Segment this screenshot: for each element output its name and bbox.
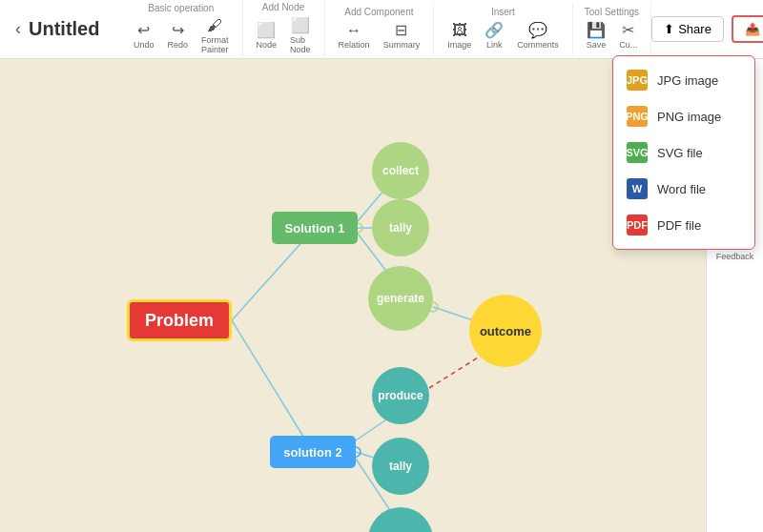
comments-icon: 💬 [528, 21, 547, 39]
node-button[interactable]: ⬜ Node [253, 19, 281, 51]
undo-button[interactable]: ↩ Undo [130, 19, 158, 51]
insert-label: Insert [491, 7, 515, 17]
image-label: Image [447, 40, 471, 50]
tool-settings-icons: 💾 Save ✂ Cu... [583, 19, 642, 51]
svg-icon: SVG [627, 142, 648, 163]
comments-label: Comments [517, 40, 559, 50]
toolbar-group-tool-settings: Tool Settings 💾 Save ✂ Cu... [573, 3, 652, 55]
export-svg-label: SVG file [657, 146, 703, 160]
cut-label: Cu... [619, 40, 637, 50]
tally1-node[interactable]: tally [372, 199, 429, 256]
save-button[interactable]: 💾 Save [583, 19, 610, 51]
format-painter-icon: 🖌 [207, 17, 222, 34]
add-node-label: Add Node [262, 2, 304, 12]
save-icon: 💾 [587, 21, 606, 39]
image-button[interactable]: 🖼 Image [443, 20, 475, 51]
undo-icon: ↩ [137, 21, 150, 39]
collect-node[interactable]: collect [372, 142, 429, 199]
summary-label: Summary [383, 40, 421, 50]
redo-button[interactable]: ↪ Redo [164, 19, 193, 51]
summary-icon: ⊟ [395, 21, 407, 39]
summary-button[interactable]: ⊟ Summary [380, 19, 424, 51]
undo-label: Undo [134, 40, 155, 50]
svg-line-1 [232, 320, 313, 452]
problem-node[interactable]: Problem [127, 299, 232, 341]
pdf-icon: PDF [627, 215, 648, 235]
toolbar-group-basic-operation: Basic operation ↩ Undo ↪ Redo 🖌 Format P… [120, 0, 243, 60]
solution1-node[interactable]: Solution 1 [272, 212, 358, 244]
export-png-item[interactable]: PNG PNG image [613, 98, 754, 134]
image-icon: 🖼 [452, 22, 467, 39]
link-icon: 🔗 [485, 21, 504, 39]
export-svg-item[interactable]: SVG SVG file [613, 134, 754, 171]
share-button[interactable]: ⬆ Share [651, 16, 724, 42]
share-label: Share [678, 22, 711, 36]
toolbar-group-add-component: Add Component ↔ Relation ⊟ Summary [325, 3, 435, 55]
export-word-label: Word file [657, 182, 706, 196]
relation-icon: ↔ [346, 22, 361, 39]
link-label: Link [486, 40, 503, 50]
word-icon: W [627, 178, 648, 199]
outcome-node[interactable]: outcome [469, 295, 542, 367]
jpg-icon: JPG [627, 70, 648, 91]
node-label: Node [257, 40, 278, 50]
export-png-label: PNG image [657, 110, 721, 124]
relation-button[interactable]: ↔ Relation [335, 20, 374, 51]
right-buttons: ⬆ Share 📤 Export [651, 15, 763, 43]
share-icon: ⬆ [664, 22, 674, 36]
format-painter-label: Format Painter [201, 35, 229, 54]
export-pdf-label: PDF file [657, 218, 701, 233]
export-icon: 📤 [745, 22, 760, 36]
toolbar-group-add-node: Add Node ⬜ Node ⬜ Sub Node [243, 0, 325, 60]
redo-label: Redo [168, 40, 189, 50]
export-jpg-label: JPG image [657, 73, 718, 88]
solution2-node[interactable]: solution 2 [270, 436, 356, 468]
sub-node-button[interactable]: ⬜ Sub Node [286, 14, 315, 56]
sub-node-icon: ⬜ [291, 16, 310, 34]
relation-label: Relation [339, 40, 370, 50]
export-pdf-item[interactable]: PDF PDF file [613, 207, 754, 243]
export-jpg-item[interactable]: JPG JPG image [613, 62, 754, 98]
tally2-node[interactable]: tally [372, 438, 429, 495]
generate2-node[interactable]: generate [368, 507, 433, 532]
toolbar-group-insert: Insert 🖼 Image 🔗 Link 💬 Comments [434, 3, 573, 55]
back-button[interactable]: ‹ [8, 15, 29, 43]
cut-button[interactable]: ✂ Cu... [615, 19, 641, 51]
export-button[interactable]: 📤 Export [732, 15, 763, 43]
add-node-icons: ⬜ Node ⬜ Sub Node [253, 14, 315, 56]
export-dropdown: JPG JPG image PNG PNG image SVG SVG file… [612, 55, 755, 250]
add-component-icons: ↔ Relation ⊟ Summary [335, 19, 424, 51]
tool-settings-label: Tool Settings [585, 7, 639, 17]
basic-operation-icons: ↩ Undo ↪ Redo 🖌 Format Painter [130, 15, 233, 56]
sub-node-label: Sub Node [290, 35, 311, 54]
png-icon: PNG [627, 106, 648, 127]
export-word-item[interactable]: W Word file [613, 171, 754, 207]
basic-operation-label: Basic operation [148, 3, 214, 13]
add-component-label: Add Component [344, 7, 413, 17]
produce-node[interactable]: produce [372, 367, 429, 424]
mind-map-canvas[interactable]: Problem Solution 1 solution 2 collect ta… [0, 59, 706, 532]
cut-icon: ✂ [622, 21, 634, 39]
save-label: Save [587, 40, 607, 50]
generate1-node[interactable]: generate [368, 266, 433, 331]
header: ‹ Untitled Basic operation ↩ Undo ↪ Redo… [0, 0, 763, 59]
comments-button[interactable]: 💬 Comments [513, 19, 563, 51]
document-title[interactable]: Untitled [29, 18, 105, 40]
format-painter-button[interactable]: 🖌 Format Painter [197, 15, 233, 56]
redo-icon: ↪ [172, 21, 184, 39]
node-icon: ⬜ [257, 21, 276, 39]
feedback-sidebar-label: Feedback [716, 252, 754, 261]
insert-icons: 🖼 Image 🔗 Link 💬 Comments [443, 19, 563, 51]
link-button[interactable]: 🔗 Link [481, 19, 507, 51]
